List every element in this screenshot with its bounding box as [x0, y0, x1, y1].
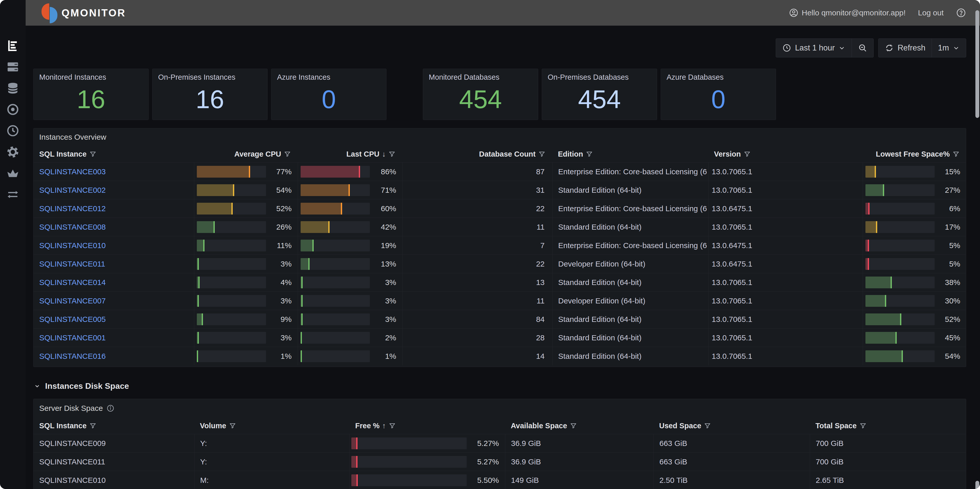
edition-value: Standard Edition (64-bit)	[552, 328, 708, 347]
filter-icon[interactable]	[743, 150, 751, 158]
filter-icon[interactable]	[229, 422, 236, 430]
gauge-value: 5.27%	[477, 439, 499, 448]
gauge-track	[352, 475, 467, 486]
sidebar-item-settings[interactable]	[0, 145, 25, 159]
instance-link[interactable]: SQLINSTANCE012	[33, 199, 194, 218]
help-icon[interactable]	[956, 8, 966, 18]
top-header-bar: QMONITOR Hello qmonitor@qmonitor.app! Lo…	[25, 0, 980, 25]
filter-icon[interactable]	[388, 150, 396, 158]
filter-icon[interactable]	[585, 150, 593, 158]
filter-icon[interactable]	[284, 150, 291, 158]
sidebar-item-license[interactable]	[0, 166, 25, 180]
sidebar-item-integrations[interactable]	[0, 187, 25, 202]
gauge-value: 5%	[949, 241, 960, 250]
gauge-track	[301, 203, 370, 215]
column-header-avg_cpu[interactable]: Average CPU	[194, 146, 298, 162]
table-row: SQLINSTANCE01011%19%7Enterprise Edition:…	[33, 236, 966, 255]
average-cpu-gauge: 3%	[194, 291, 298, 310]
available-space-value: 36.9 GiB	[505, 434, 654, 452]
info-icon[interactable]	[107, 404, 115, 413]
table-row: SQLINSTANCE0059%3%84Standard Edition (64…	[33, 310, 966, 328]
free-space-gauge: 52%	[862, 310, 966, 328]
gauge-track	[197, 295, 266, 307]
refresh-button[interactable]: Refresh	[878, 39, 932, 57]
column-header-version[interactable]: Version	[708, 146, 862, 162]
gauge-fill	[301, 332, 302, 344]
gauge-fill	[301, 277, 303, 288]
disk-table-body: SQLINSTANCE009Y:5.27%36.9 GiB663 GiB700 …	[33, 434, 966, 489]
sidebar-item-databases[interactable]	[0, 81, 25, 96]
column-header-db_count[interactable]: Database Count	[402, 146, 552, 162]
server-disk-space-panel: Server Disk Space SQL InstanceVolumeFree…	[33, 399, 966, 489]
column-header-instance[interactable]: SQL Instance	[33, 417, 194, 434]
gauge-fill	[301, 184, 350, 196]
time-range-picker[interactable]: Last 1 hour	[776, 39, 852, 57]
instance-link[interactable]: SQLINSTANCE011	[33, 255, 194, 273]
instance-link[interactable]: SQLINSTANCE010	[33, 236, 194, 255]
column-header-instance[interactable]: SQL Instance	[33, 146, 194, 162]
sidebar-item-history[interactable]	[0, 124, 25, 138]
column-header-free[interactable]: Free %↑	[350, 417, 505, 434]
filter-icon[interactable]	[89, 422, 97, 430]
gauge-fill	[865, 184, 884, 196]
gauge-track	[865, 350, 935, 362]
instance-link[interactable]: SQLINSTANCE014	[33, 273, 194, 291]
logout-link[interactable]: Log out	[918, 8, 943, 17]
column-label: Last CPU	[347, 150, 380, 158]
gauge-track	[352, 456, 467, 468]
instance-link[interactable]: SQLINSTANCE016	[33, 347, 194, 365]
instance-link[interactable]: SQLINSTANCE002	[33, 181, 194, 199]
version-value: 13.0.7065.1	[708, 273, 862, 291]
filter-icon[interactable]	[388, 422, 396, 430]
servers-icon	[6, 60, 20, 74]
sidebar-item-disks[interactable]	[0, 102, 25, 116]
database-count-value: 22	[402, 199, 552, 218]
column-header-available[interactable]: Available Space	[505, 417, 654, 434]
column-header-volume[interactable]: Volume	[194, 417, 350, 434]
filter-icon[interactable]	[952, 150, 960, 158]
database-count-value: 31	[402, 181, 552, 199]
column-header-edition[interactable]: Edition	[552, 146, 708, 162]
column-header-used[interactable]: Used Space	[654, 417, 810, 434]
sort-arrow-icon: ↑	[382, 422, 386, 430]
average-cpu-gauge: 4%	[194, 273, 298, 291]
gauge-track	[865, 184, 935, 196]
stat-title: Azure Databases	[661, 69, 776, 81]
vertical-scrollbar[interactable]	[975, 10, 979, 118]
clock-icon	[782, 43, 791, 53]
filter-icon[interactable]	[89, 150, 97, 158]
zoom-out-button[interactable]	[852, 39, 873, 57]
gauge-fill	[865, 277, 892, 288]
gauge-track	[197, 258, 266, 270]
filter-icon[interactable]	[704, 422, 711, 430]
column-header-total[interactable]: Total Space	[810, 417, 966, 434]
gauge-fill	[197, 332, 199, 344]
instance-link[interactable]: SQLINSTANCE005	[33, 310, 194, 328]
filter-icon[interactable]	[538, 150, 546, 158]
column-header-free_space[interactable]: Lowest Free Space%	[862, 146, 966, 162]
table-row: SQLINSTANCE011Y:5.27%36.9 GiB663 GiB700 …	[33, 452, 966, 471]
instances-disk-space-section-toggle[interactable]: Instances Disk Space	[33, 380, 129, 392]
chevron-down-icon	[838, 45, 845, 51]
column-header-last_cpu[interactable]: Last CPU↓	[298, 146, 402, 162]
stat-title: Monitored Databases	[423, 69, 538, 81]
sidebar-item-servers[interactable]	[0, 60, 25, 74]
app-logo[interactable]: QMONITOR	[41, 1, 126, 24]
instance-link[interactable]: SQLINSTANCE003	[33, 162, 194, 181]
refresh-interval-picker[interactable]: 1m	[932, 39, 966, 57]
used-space-value: 663 GiB	[654, 452, 810, 471]
database-count-value: 87	[402, 162, 552, 181]
dashboard-toolbar: Last 1 hour	[25, 38, 966, 57]
gauge-fill	[197, 295, 199, 307]
gauge-value: 19%	[381, 241, 396, 250]
free-percent-gauge: 5.27%	[350, 452, 505, 471]
instance-link[interactable]: SQLINSTANCE001	[33, 328, 194, 347]
filter-icon[interactable]	[570, 422, 577, 430]
exchange-icon	[6, 188, 20, 201]
instance-link[interactable]: SQLINSTANCE007	[33, 291, 194, 310]
table-row: SQLINSTANCE0161%1%14Standard Edition (64…	[33, 347, 966, 365]
scrollbar-bottom-arrow[interactable]	[975, 481, 979, 489]
filter-icon[interactable]	[859, 422, 867, 430]
sidebar-item-dashboards[interactable]	[0, 38, 25, 53]
instance-link[interactable]: SQLINSTANCE008	[33, 218, 194, 236]
